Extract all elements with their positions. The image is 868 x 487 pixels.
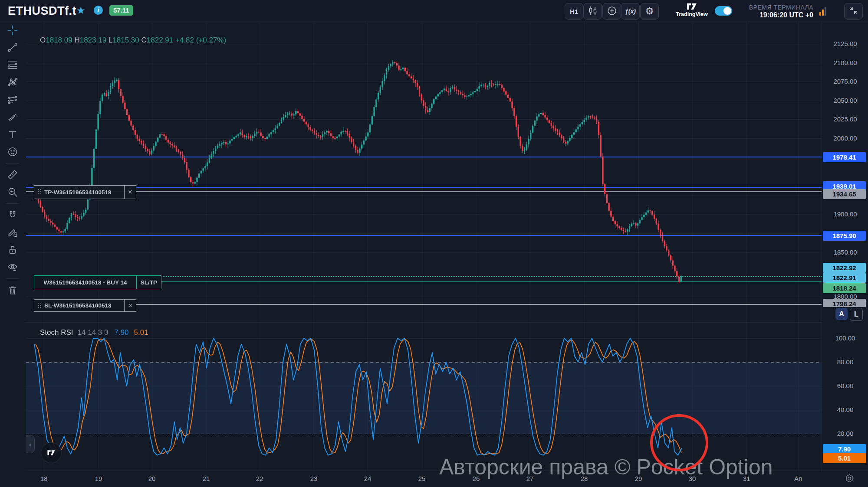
collapse-fullscreen-button[interactable]: [844, 3, 863, 20]
info-icon[interactable]: i: [94, 6, 103, 15]
price-axis[interactable]: 2125.002100.002075.002050.002025.002000.…: [822, 22, 868, 307]
toolbar-zoom-in-button[interactable]: [0, 183, 25, 201]
axis-price-badge: 1818.24: [823, 283, 866, 293]
axis-tick: 2050.00: [822, 97, 868, 104]
toolbar-draw-lock-button[interactable]: [0, 224, 25, 241]
axis-mode-buttons: A L: [835, 308, 863, 321]
eye-hide-icon: [7, 261, 18, 273]
drag-handle-icon[interactable]: [38, 303, 41, 309]
add-button[interactable]: [602, 3, 621, 20]
settings-button[interactable]: ⚙: [640, 3, 659, 20]
settings-gear-icon: ⚙: [645, 6, 654, 17]
toolbar-crosshair-button[interactable]: [0, 22, 25, 39]
zoom-in-icon: [7, 186, 18, 198]
axis-price-badge: 1978.41: [823, 152, 866, 162]
legend-segment: H: [72, 36, 80, 44]
ruler-icon: [7, 169, 18, 180]
chart-type-button[interactable]: [583, 3, 602, 20]
magnet-icon: [7, 209, 18, 221]
toolbar-text-button[interactable]: [0, 126, 25, 143]
tradingview-logo-icon: [686, 2, 697, 11]
ohlc-legend: O1818.09 H1823.19 L1815.30 C1822.91 +4.8…: [40, 36, 226, 45]
favorite-star-icon[interactable]: ★: [76, 5, 85, 16]
buy-sltp-button[interactable]: SL/TP: [137, 275, 161, 289]
drag-handle-icon[interactable]: [38, 189, 41, 195]
time-axis-label: 23: [310, 475, 318, 482]
lock-icon: [7, 244, 18, 255]
axis-price-badge: 1798.24: [823, 299, 866, 307]
timeframe-button[interactable]: H1: [565, 3, 583, 20]
axis-price-badge: 5.01: [823, 453, 866, 463]
toolbar-brush-button[interactable]: [0, 108, 25, 126]
symbol-title[interactable]: ETHUSDTf.t: [8, 4, 76, 18]
log-scale-button[interactable]: L: [850, 308, 863, 321]
axis-tick: 20.00: [822, 430, 868, 437]
axis-price-badge: 1822.92: [823, 263, 866, 273]
axis-price-badge: 7.90: [823, 444, 866, 454]
terminal-time-label: ВРЕМЯ ТЕРМИНАЛА: [720, 4, 813, 11]
axis-price-badge: 1822.91: [823, 273, 866, 283]
legend-segment: 1822.91: [147, 36, 173, 44]
legend-segment: 1818.09: [46, 36, 72, 44]
legend-segment: L: [106, 36, 112, 44]
toolbar-forecast-button[interactable]: [0, 91, 25, 108]
tp-order-label[interactable]: TP-W3615196534100518 ×: [34, 185, 136, 199]
axis-tick: 2025.00: [822, 115, 868, 123]
connection-signal-icon: [819, 7, 829, 16]
top-bar: ETHUSDTf.t ★ i 57.11 H1 ƒ(x) ⚙ TradingVi…: [0, 0, 868, 22]
toolbar-divider: [6, 203, 19, 204]
forecast-icon: [7, 94, 18, 105]
trend-line-icon: [7, 42, 18, 53]
toolbar-trend-line-button[interactable]: [0, 39, 25, 56]
terminal-time-value: 19:06:20 UTC +0: [720, 11, 813, 19]
auto-scale-button[interactable]: A: [835, 308, 848, 320]
tradingview-watermark-icon: [41, 442, 62, 463]
legend-segment: +4.82 (+0.27%): [173, 36, 226, 44]
toolbar-magnet-button[interactable]: [0, 206, 25, 224]
panel-collapse-chevron[interactable]: ‹: [26, 435, 35, 453]
time-axis-label: 18: [40, 475, 48, 482]
toolbar-eye-hide-button[interactable]: [0, 258, 25, 276]
legend-segment: O: [40, 36, 46, 44]
axis-tick: 100.00: [822, 334, 868, 342]
toolbar-xabcd-pattern-button[interactable]: [0, 74, 25, 91]
toolbar-divider: [6, 163, 19, 163]
emoji-icon: [7, 146, 18, 157]
axis-tick: 1900.00: [822, 210, 868, 218]
chart-canvas[interactable]: [26, 22, 822, 471]
stoch-d-value: 5.01: [134, 328, 148, 337]
toolbar-ruler-button[interactable]: [0, 166, 25, 183]
toolbar-fib-retracement-button[interactable]: [0, 56, 25, 74]
tp-label-text: TP-W3615196534100518: [44, 189, 112, 196]
timezone-clock-icon[interactable]: [844, 474, 855, 486]
axis-tick: 80.00: [822, 358, 868, 366]
indicators-button[interactable]: ƒ(x): [621, 3, 640, 20]
stoch-rsi-params: 14 14 3 3: [78, 328, 108, 337]
time-axis-label: 19: [95, 475, 102, 482]
sl-close-button[interactable]: ×: [124, 300, 136, 311]
toolbar-trash-button[interactable]: [0, 281, 25, 299]
axis-tick: 2125.00: [822, 40, 868, 47]
buy-label-text-box[interactable]: W3615196534100518 - BUY 14: [34, 275, 137, 289]
buy-order-label[interactable]: W3615196534100518 - BUY 14 SL/TP: [34, 275, 161, 289]
indicator-axis[interactable]: 100.0080.0060.0040.0020.007.905.01: [822, 307, 868, 471]
brush-icon: [7, 111, 18, 123]
legend-segment: 1815.30: [112, 36, 139, 44]
toolbar-emoji-button[interactable]: [0, 143, 25, 160]
time-axis-label: Ап: [794, 475, 802, 482]
tp-close-button[interactable]: ×: [124, 186, 136, 199]
copyright-watermark: Авторские права © Pocket Option: [439, 454, 773, 480]
text-icon: [7, 129, 18, 140]
axis-price-badge: 1875.90: [823, 231, 866, 241]
xabcd-pattern-icon: [7, 77, 18, 88]
time-axis-label: 22: [256, 475, 263, 482]
buy-label-text: W3615196534100518 - BUY 14: [44, 279, 127, 286]
axis-tick: 2000.00: [822, 134, 868, 142]
stoch-rsi-header[interactable]: Stoch RSI14 14 3 37.905.01: [40, 328, 148, 337]
sl-order-label[interactable]: SL-W3615196534100518 ×: [34, 299, 136, 312]
stoch-k-value: 7.90: [114, 328, 128, 337]
axis-tick: 2075.00: [822, 78, 868, 85]
toolbar-lock-button[interactable]: [0, 241, 25, 258]
toolbar-divider: [6, 278, 19, 279]
indicators-fx-icon: ƒ(x): [625, 8, 636, 15]
